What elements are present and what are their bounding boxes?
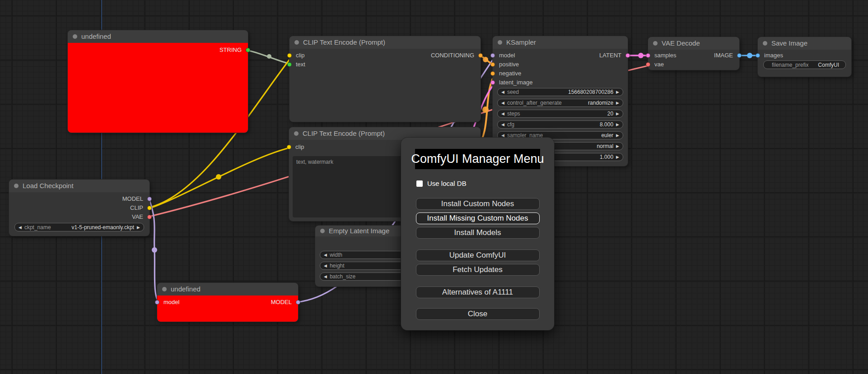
clip-output-slot[interactable] (147, 206, 152, 210)
link-midpoint-dot (216, 174, 221, 180)
clip-input-slot[interactable] (287, 53, 292, 58)
node-clip-text-encode-1[interactable]: CLIP Text Encode (Prompt) clip CONDITION… (289, 36, 481, 122)
decrement-arrow-icon[interactable]: ◀ (501, 121, 504, 128)
update-comfyui-button[interactable]: Update ComfyUI (416, 249, 540, 261)
increment-arrow-icon[interactable]: ▶ (616, 121, 619, 128)
image-output-slot[interactable] (737, 53, 742, 58)
node-title-bar[interactable]: CLIP Text Encode (Prompt) (289, 36, 481, 49)
node-body: model MODEL (157, 296, 298, 322)
slot-row: model LATENT (493, 51, 628, 60)
node-title-bar[interactable]: undefined (157, 283, 298, 296)
node-title-bar[interactable]: KSampler (493, 36, 628, 49)
node-title-bar[interactable]: undefined (68, 30, 248, 43)
decrement-arrow-icon[interactable]: ◀ (501, 99, 504, 106)
slot-row: CLIP (9, 203, 149, 212)
vae-input-slot[interactable] (646, 62, 650, 67)
use-local-db-checkbox[interactable] (416, 180, 423, 187)
install-models-button[interactable]: Install Models (416, 227, 540, 239)
input-label: samples (654, 51, 676, 60)
collapse-dot-icon[interactable] (498, 40, 502, 45)
collapse-dot-icon[interactable] (653, 41, 658, 46)
steps-widget[interactable]: ◀ steps 20 ▶ (497, 110, 623, 118)
widget-label: ckpt_name (24, 224, 51, 231)
increment-arrow-icon[interactable]: ▶ (616, 88, 619, 96)
widget-value: euler (601, 132, 613, 139)
install-missing-custom-nodes-button[interactable]: Install Missing Custom Nodes (416, 212, 540, 224)
decrement-arrow-icon[interactable]: ◀ (19, 224, 22, 231)
latent-output-slot[interactable] (625, 53, 630, 58)
slot-row: MODEL (9, 194, 149, 203)
model-output-slot[interactable] (147, 197, 152, 201)
collapse-dot-icon[interactable] (763, 41, 767, 46)
widget-label: width (330, 251, 342, 259)
slot-row: latent_image (493, 78, 628, 87)
samples-input-slot[interactable] (646, 53, 650, 58)
node-string-undefined[interactable]: undefined STRING (68, 30, 248, 133)
model-input-slot[interactable] (155, 300, 159, 305)
input-label: latent_image (499, 78, 532, 87)
increment-arrow-icon[interactable]: ▶ (616, 132, 619, 139)
node-body: STRING (68, 43, 248, 133)
collapse-dot-icon[interactable] (294, 131, 299, 136)
output-label: LATENT (599, 51, 621, 60)
node-title: Save Image (771, 39, 807, 47)
node-model-undefined[interactable]: undefined model MODEL (157, 283, 298, 322)
widget-value: randomize (588, 99, 613, 106)
node-title-bar[interactable]: Load Checkpoint (9, 180, 149, 192)
close-button[interactable]: Close (416, 308, 540, 320)
decrement-arrow-icon[interactable]: ◀ (501, 88, 504, 96)
node-title-bar[interactable]: VAE Decode (648, 37, 739, 50)
cfg-widget[interactable]: ◀ cfg 8.000 ▶ (497, 120, 623, 129)
text-input-slot[interactable] (287, 62, 292, 67)
negative-input-slot[interactable] (490, 71, 495, 76)
input-label: positive (499, 60, 519, 69)
link-midpoint-dot (638, 53, 644, 58)
collapse-dot-icon[interactable] (73, 34, 77, 39)
decrement-arrow-icon[interactable]: ◀ (324, 262, 327, 269)
images-input-slot[interactable] (756, 53, 760, 58)
output-label: CLIP (130, 203, 143, 212)
model-input-slot[interactable] (490, 53, 495, 58)
collapse-dot-icon[interactable] (14, 184, 19, 188)
collapse-dot-icon[interactable] (294, 40, 299, 45)
decrement-arrow-icon[interactable]: ◀ (324, 273, 327, 280)
link-midpoint-dot (482, 106, 489, 113)
control-after-generate-widget[interactable]: ◀ control_after_generate randomize ▶ (497, 99, 623, 107)
decrement-arrow-icon[interactable]: ◀ (324, 251, 327, 259)
node-title-bar[interactable]: Save Image (758, 37, 851, 50)
node-title: KSampler (506, 38, 536, 46)
link-midpoint-dot (747, 53, 752, 58)
node-save-image[interactable]: Save Image images filename_prefix ComfyU… (758, 37, 851, 77)
collapse-dot-icon[interactable] (162, 287, 167, 291)
filename-prefix-widget[interactable]: filename_prefix ComfyUI (763, 60, 846, 69)
latent-image-input-slot[interactable] (490, 80, 495, 85)
collapse-dot-icon[interactable] (320, 229, 325, 233)
widget-label: height (330, 262, 345, 269)
node-vae-decode[interactable]: VAE Decode samples IMAGE vae (648, 37, 739, 70)
ckpt-name-widget[interactable]: ◀ ckpt_name v1-5-pruned-emaonly.ckpt ▶ (14, 223, 144, 231)
model-output-slot[interactable] (296, 300, 300, 305)
increment-arrow-icon[interactable]: ▶ (616, 110, 619, 117)
decrement-arrow-icon[interactable]: ◀ (501, 110, 504, 117)
node-graph-canvas[interactable]: undefined STRING CLIP Text Encode (Promp… (0, 0, 868, 374)
widget-label: cfg (507, 121, 514, 128)
widget-label: control_after_generate (507, 99, 562, 106)
node-title: Load Checkpoint (23, 182, 74, 189)
conditioning-output-slot[interactable] (478, 53, 483, 58)
node-load-checkpoint[interactable]: Load Checkpoint MODEL CLIP VAE ◀ ckpt_na… (9, 180, 149, 236)
seed-widget[interactable]: ◀ seed 156680208700286 ▶ (497, 88, 623, 96)
fetch-updates-button[interactable]: Fetch Updates (416, 264, 540, 276)
input-label: vae (654, 60, 664, 69)
positive-input-slot[interactable] (490, 62, 495, 67)
install-custom-nodes-button[interactable]: Install Custom Nodes (416, 198, 540, 210)
alternatives-of-a1111-button[interactable]: Alternatives of A1111 (416, 286, 540, 298)
string-output-slot[interactable] (246, 48, 250, 52)
link-midpoint-dot (152, 247, 157, 253)
increment-arrow-icon[interactable]: ▶ (616, 143, 619, 150)
increment-arrow-icon[interactable]: ▶ (137, 224, 140, 231)
increment-arrow-icon[interactable]: ▶ (616, 99, 619, 106)
clip-input-slot[interactable] (287, 145, 291, 149)
vae-output-slot[interactable] (147, 215, 152, 219)
output-label: CONDITIONING (431, 51, 474, 60)
increment-arrow-icon[interactable]: ▶ (616, 153, 619, 161)
